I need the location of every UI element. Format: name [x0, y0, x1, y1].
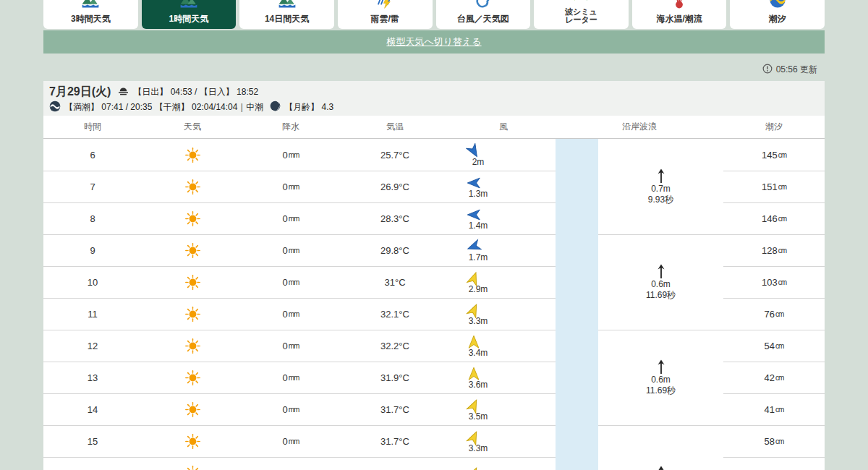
- hour-cell: 13: [43, 362, 142, 393]
- table-header: 時間天気降水気温風沿岸波浪潮汐: [43, 116, 825, 139]
- wind-cell: 2.9m: [451, 266, 556, 298]
- wave-period: 9.93秒: [648, 195, 673, 205]
- tab-label: 14日間天気: [265, 14, 309, 24]
- sunrise-icon: [117, 85, 129, 99]
- wave-band-cell: [556, 425, 598, 457]
- hour-cell: 15: [43, 425, 142, 457]
- wind-speed: 2.9m: [469, 284, 488, 294]
- wave-direction-up-icon: [655, 168, 667, 184]
- tab-label: 雨雲/雷: [371, 14, 399, 24]
- wind-cell: 1.3m: [451, 171, 556, 202]
- hourly-weather-table: 60mm25.7°C2m145cm70mm26.9°C1.3m151cm80mm…: [43, 139, 825, 470]
- wave-period: 11.69秒: [646, 290, 676, 301]
- wave-band-cell: [556, 298, 598, 330]
- wave-band-cell: [556, 362, 598, 393]
- tide-cell: 41cm: [723, 393, 825, 425]
- precip-cell: 0mm: [243, 425, 339, 457]
- sunny-icon: [185, 307, 200, 322]
- weather-cell: [142, 298, 243, 330]
- tide-times-info: 【満潮】 07:41 / 20:35 【干潮】 02:04/14:04｜中潮: [64, 101, 263, 114]
- tab-label: 1時間天気: [169, 14, 209, 24]
- tab-1hour[interactable]: 1時間天気: [142, 0, 237, 29]
- wind-cell: 3.4m: [451, 330, 556, 362]
- wave-direction-up-icon: [655, 264, 667, 279]
- sunny-icon: [185, 402, 200, 417]
- weather-cell: [142, 457, 243, 470]
- wave-group: [598, 425, 723, 470]
- sunrise-sunset-info: 【日出】 04:53 / 【日入】 18:52: [133, 86, 258, 98]
- wave-band-cell: [556, 234, 598, 266]
- tab-rain-cloud[interactable]: 雨雲/雷: [338, 0, 433, 29]
- tide-wave-icon: [49, 101, 61, 115]
- wind-speed: 1.3m: [469, 189, 488, 199]
- temp-cell: 31.3°C: [339, 457, 451, 470]
- tide-cell: 128cm: [723, 234, 825, 266]
- tide-cell: 76cm: [723, 298, 825, 330]
- temp-cell: 32.1°C: [339, 298, 451, 330]
- wave-band-cell: [556, 393, 598, 425]
- sunny-icon: [185, 338, 200, 354]
- wind-cell: 3.3m: [451, 298, 556, 330]
- update-time-label: 05:56 更新: [776, 64, 817, 76]
- sunny-icon: [185, 243, 200, 258]
- wind-speed: 2m: [472, 157, 485, 167]
- tide-cell: 83cm: [723, 457, 825, 470]
- tab-14day[interactable]: 14日間天気: [239, 0, 334, 29]
- column-header-col-tide: 潮汐: [723, 121, 825, 133]
- tab-tide[interactable]: 潮汐: [730, 0, 825, 29]
- tide-cell: 103cm: [723, 266, 825, 298]
- hour-cell: 6: [43, 139, 142, 171]
- weather-cell: [142, 266, 243, 298]
- precip-cell: 0mm: [243, 330, 339, 362]
- wave-period: 11.69秒: [646, 385, 676, 396]
- tide-cell: 151cm: [723, 171, 825, 202]
- tab-label: レーター: [565, 16, 597, 24]
- wind-cell: 1.7m: [451, 234, 556, 266]
- tab-typhoon[interactable]: 台風／天気図: [436, 0, 531, 29]
- precip-cell: 0mm: [243, 457, 339, 470]
- hour-cell: 11: [43, 298, 142, 330]
- hour-cell: 12: [43, 330, 142, 362]
- tab-label: 潮汐: [769, 14, 786, 24]
- wind-cell: 1.4m: [451, 202, 556, 234]
- column-header-col-wind: 風: [451, 121, 556, 133]
- wave-height: 0.7m: [651, 184, 671, 195]
- tab-wave-sim[interactable]: 波シミュレーター: [534, 0, 629, 29]
- wind-speed: 3.3m: [469, 443, 488, 453]
- column-header-col-temp: 気温: [339, 121, 451, 133]
- weather-tab-bar: 3時間天気1時間天気14日間天気雨雲/雷台風／天気図波シミュレーター海水温/潮流…: [43, 0, 825, 29]
- wave-direction-up-icon: [655, 466, 667, 470]
- weather-cell: [142, 139, 243, 171]
- sunny-icon: [185, 179, 200, 195]
- column-header-col-wave: 沿岸波浪: [556, 121, 723, 133]
- moon-icon: [270, 101, 281, 114]
- wave-band-cell: [556, 330, 598, 362]
- wind-cell: 3.5m: [451, 393, 556, 425]
- precip-cell: 0mm: [243, 393, 339, 425]
- temp-cell: 31.9°C: [339, 362, 451, 393]
- wind-cell: 3.3m: [451, 425, 556, 457]
- hour-cell: 9: [43, 234, 142, 266]
- tide-cell: 146cm: [723, 202, 825, 234]
- sunny-icon: [185, 211, 200, 226]
- sunny-icon: [185, 148, 200, 163]
- temp-cell: 31.7°C: [339, 393, 451, 425]
- moon-age-info: 【月齢】 4.3: [284, 101, 333, 114]
- temp-cell: 31.7°C: [339, 425, 451, 457]
- weather-cell: [142, 393, 243, 425]
- temp-cell: 26.9°C: [339, 171, 451, 202]
- typhoon-icon: [474, 0, 493, 14]
- tide-cell: 145cm: [723, 139, 825, 171]
- column-header-col-precip: 降水: [243, 121, 339, 133]
- tab-3hour[interactable]: 3時間天気: [43, 0, 138, 29]
- hour-cell: 10: [43, 266, 142, 298]
- coastal-wave-column: 0.7m9.93秒0.6m11.69秒0.6m11.69秒: [598, 139, 723, 470]
- wave-height: 0.6m: [651, 279, 671, 290]
- switch-layout-link[interactable]: 横型天気へ切り替える: [386, 35, 481, 48]
- temp-cell: 32.2°C: [339, 330, 451, 362]
- tab-sea-temp[interactable]: 海水温/潮流: [632, 0, 727, 29]
- wave-band-cell: [556, 457, 598, 470]
- wind-speed: 3.6m: [469, 380, 488, 390]
- weather-cell: [142, 171, 243, 202]
- wave-direction-up-icon: [655, 359, 667, 375]
